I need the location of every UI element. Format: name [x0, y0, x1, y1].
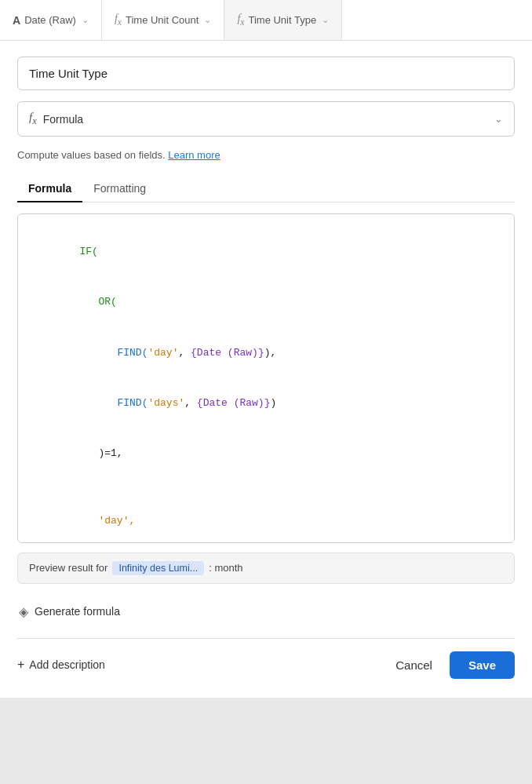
- preview-bar: Preview result for Infinity des Lumi... …: [17, 552, 515, 584]
- code-line-3: FIND('day', {Date (Raw)}),: [31, 327, 501, 377]
- add-description-button[interactable]: + Add description: [17, 658, 105, 672]
- preview-chip: Infinity des Lumi...: [112, 561, 204, 575]
- generate-formula-button[interactable]: ◈ Generate formula: [17, 596, 515, 627]
- code-line-4: FIND('days', {Date (Raw)}): [31, 377, 501, 428]
- tab-time-unit-type[interactable]: fx Time Unit Type ⌄: [224, 0, 342, 40]
- tab-bar: A Date (Raw) ⌄ fx Time Unit Count ⌄ fx T…: [0, 0, 532, 41]
- code-line-2: OR(: [31, 277, 501, 327]
- footer-actions: + Add description Cancel Save: [17, 651, 515, 682]
- formula-type-icon: fx: [29, 111, 37, 127]
- sparkle-icon: ◈: [19, 604, 28, 619]
- chevron-down-icon: ⌄: [82, 15, 89, 25]
- subtab-formatting[interactable]: Formatting: [82, 176, 157, 202]
- code-editor[interactable]: IF( OR( FIND('day', {Date (Raw)}), FIND(…: [17, 213, 515, 543]
- field-name-input[interactable]: [17, 57, 515, 90]
- learn-more-link[interactable]: Learn more: [168, 149, 220, 161]
- tab-time-unit-count[interactable]: fx Time Unit Count ⌄: [102, 0, 225, 40]
- text-icon: A: [13, 14, 20, 27]
- add-description-label: Add description: [29, 658, 105, 671]
- tab-date-raw[interactable]: A Date (Raw) ⌄: [0, 0, 102, 40]
- cancel-button[interactable]: Cancel: [386, 652, 442, 678]
- save-button[interactable]: Save: [450, 651, 515, 679]
- formula-icon: fx: [115, 13, 122, 27]
- code-line-1: IF(: [31, 227, 501, 277]
- tab-time-unit-count-label: Time Unit Count: [126, 14, 199, 26]
- footer-divider: [17, 638, 515, 639]
- type-chevron-icon: ⌄: [494, 113, 503, 125]
- panel-body: fx Formula ⌄ Compute values based on fie…: [0, 41, 532, 698]
- type-select[interactable]: fx Formula ⌄: [17, 101, 515, 137]
- code-line-5: )=1,: [31, 428, 501, 479]
- generate-formula-label: Generate formula: [35, 605, 120, 618]
- code-line-7: 'day',: [31, 496, 501, 543]
- chevron-down-icon-3: ⌄: [322, 15, 329, 25]
- action-buttons: Cancel Save: [386, 651, 515, 679]
- subtab-formula[interactable]: Formula: [17, 176, 82, 202]
- plus-icon: +: [17, 658, 24, 672]
- compute-text: Compute values based on fields. Learn mo…: [17, 148, 515, 163]
- preview-label: Preview result for: [29, 562, 107, 574]
- code-line-6: [31, 479, 501, 495]
- formula-icon-2: fx: [237, 13, 244, 27]
- type-select-left: fx Formula: [29, 111, 83, 127]
- subtabs: Formula Formatting: [17, 176, 515, 202]
- type-select-label: Formula: [43, 113, 83, 126]
- tab-date-raw-label: Date (Raw): [24, 14, 76, 26]
- tab-time-unit-type-label: Time Unit Type: [248, 14, 316, 26]
- chevron-down-icon-2: ⌄: [204, 15, 211, 25]
- preview-result: : month: [209, 562, 242, 574]
